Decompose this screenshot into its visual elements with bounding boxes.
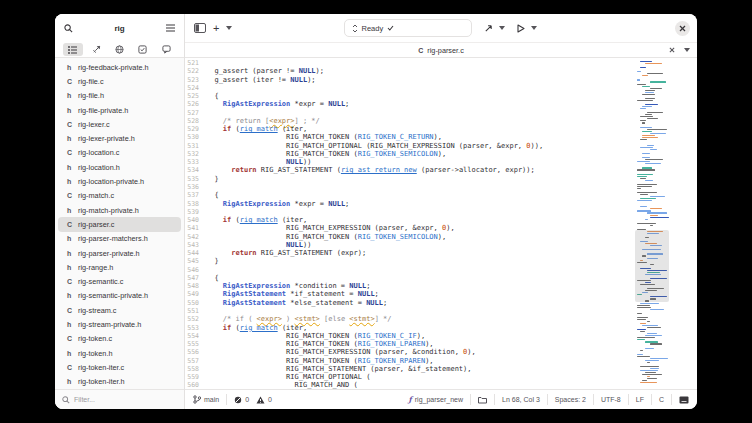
code-line[interactable]: 543 NULL)) <box>185 241 635 249</box>
minimap-viewport-handle[interactable] <box>635 230 669 302</box>
code-line[interactable]: 541 RIG_MATCH_EXPRESSION (parser, &expr,… <box>185 224 635 232</box>
code-line[interactable]: 551 <box>185 307 635 315</box>
build-status-omnibar[interactable]: Ready <box>344 19 472 37</box>
file-item[interactable]: hrig-file-private.h <box>58 103 181 117</box>
file-item[interactable]: hrig-lexer-private.h <box>58 131 181 145</box>
code-line[interactable]: 554 RIG_MATCH_TOKEN (RIG_TOKEN_C_IF), <box>185 332 635 340</box>
file-item[interactable]: Crig-semantic.c <box>58 274 181 288</box>
indentation-setting[interactable]: Spaces: 2 <box>555 396 586 403</box>
file-item[interactable]: hrig-parser-private.h <box>58 246 181 260</box>
new-page-button[interactable]: + <box>211 21 221 35</box>
code-line[interactable]: 522 g_assert (parser != NULL); <box>185 67 635 75</box>
tab-list-dropdown-button[interactable] <box>684 48 690 52</box>
sidebar-tab-todo[interactable] <box>133 43 153 56</box>
tab-rig-parser[interactable]: C rig-parser.c <box>418 46 464 55</box>
code-line[interactable]: 542 RIG_MATCH_TOKEN (RIG_TOKEN_SEMICOLON… <box>185 233 635 241</box>
code-line[interactable]: 531 RIG_MATCH_OPTIONAL (RIG_MATCH_EXPRES… <box>185 142 635 150</box>
cursor-position-indicator[interactable]: Ln 68, Col 3 <box>502 396 540 403</box>
tab-close-button[interactable] <box>669 47 675 53</box>
code-line[interactable]: 552 /* if ( <expr> ) <stmt> [else <stmt>… <box>185 315 635 323</box>
code-line[interactable]: 532 RIG_MATCH_TOKEN (RIG_TOKEN_SEMICOLON… <box>185 150 635 158</box>
code-line[interactable]: 540 if (rig_match (iter, <box>185 216 635 224</box>
code-line[interactable]: 528 /* return [<expr>] ; */ <box>185 117 635 125</box>
file-item[interactable]: Crig-file.c <box>58 74 181 88</box>
code-line[interactable]: 535 } <box>185 175 635 183</box>
code-line[interactable]: 558 RIG_MATCH_STATEMENT (parser, &if_sta… <box>185 365 635 373</box>
code-line[interactable]: 530 RIG_MATCH_TOKEN (RIG_TOKEN_C_RETURN)… <box>185 133 635 141</box>
file-item[interactable]: hrig-match-private.h <box>58 203 181 217</box>
code-line[interactable]: 557 RIG_MATCH_TOKEN (RIG_TOKEN_RPAREN), <box>185 357 635 365</box>
file-item[interactable]: hrig-token-iter.h <box>58 375 181 389</box>
file-name: rig-feedback-private.h <box>78 63 149 72</box>
file-item[interactable]: hrig-location-private.h <box>58 174 181 188</box>
code-line[interactable]: 556 RIG_MATCH_EXPRESSION (parser, &condi… <box>185 348 635 356</box>
file-item[interactable]: Crig-token-iter.c <box>58 360 181 374</box>
code-line[interactable]: 537 { <box>185 191 635 199</box>
warnings-indicator[interactable]: 0 <box>256 396 272 404</box>
code-line[interactable]: 559 RIG_MATCH_OPTIONAL ( <box>185 373 635 381</box>
code-line[interactable]: 538 RigAstExpression *expr = NULL; <box>185 200 635 208</box>
file-item[interactable]: hrig-token.h <box>58 346 181 360</box>
code-line[interactable]: 529 if (rig_match (iter, <box>185 125 635 133</box>
code-line[interactable]: 524 <box>185 84 635 92</box>
code-line[interactable]: 536 <box>185 183 635 191</box>
directory-button[interactable] <box>478 396 487 404</box>
file-item[interactable]: hrig-file.h <box>58 89 181 103</box>
sidebar-tab-build[interactable] <box>86 43 106 56</box>
file-item[interactable]: Crig-location.c <box>58 146 181 160</box>
code-line[interactable]: 533 NULL)) <box>185 158 635 166</box>
code-line[interactable]: 534 return RIG_AST_STATEMENT (rig_ast_re… <box>185 166 635 174</box>
line-ending-setting[interactable]: LF <box>636 396 644 403</box>
minimap[interactable] <box>635 58 669 389</box>
code-line[interactable]: 521 <box>185 59 635 67</box>
sidebar-tab-project-tree[interactable] <box>63 43 83 56</box>
symbol-button[interactable]: ƒ rig_parser_new <box>409 395 463 404</box>
filter-input[interactable] <box>74 396 164 403</box>
file-item[interactable]: Crig-lexer.c <box>58 117 181 131</box>
code-line[interactable]: 553 if (rig_match (iter, <box>185 324 635 332</box>
run-dropdown-button[interactable] <box>529 24 539 32</box>
file-item[interactable]: hrig-stream-private.h <box>58 317 181 331</box>
file-name: rig-lexer.c <box>78 120 110 129</box>
code-line[interactable]: 539 <box>185 208 635 216</box>
code-line[interactable]: 555 RIG_MATCH_TOKEN (RIG_TOKEN_LPAREN), <box>185 340 635 348</box>
code-view[interactable]: 521522 g_assert (parser != NULL);523 g_a… <box>185 58 635 389</box>
code-line[interactable]: 545 } <box>185 257 635 265</box>
encoding-setting[interactable]: UTF-8 <box>601 396 621 403</box>
primary-menu-button[interactable] <box>164 22 177 34</box>
code-line[interactable]: 546 <box>185 266 635 274</box>
sidebar-tab-web[interactable] <box>109 43 129 56</box>
code-line[interactable]: 544 return RIG_AST_STATEMENT (expr); <box>185 249 635 257</box>
file-item[interactable]: hrig-parser-matchers.h <box>58 232 181 246</box>
build-dropdown-button[interactable] <box>497 24 507 32</box>
file-item[interactable]: hrig-range.h <box>58 260 181 274</box>
file-item[interactable]: Crig-match.c <box>58 189 181 203</box>
run-button[interactable] <box>515 22 527 35</box>
code-line[interactable]: 560 RIG_MATCH_AND ( <box>185 381 635 389</box>
search-button[interactable] <box>62 22 75 35</box>
code-line[interactable]: 548 RigAstExpression *condition = NULL; <box>185 282 635 290</box>
file-item[interactable]: Crig-stream.c <box>58 303 181 317</box>
code-line[interactable]: 526 RigAstExpression *expr = NULL; <box>185 100 635 108</box>
code-line[interactable]: 547 { <box>185 274 635 282</box>
code-line[interactable]: 550 RigAstStatement *else_statement = NU… <box>185 299 635 307</box>
code-line[interactable]: 523 g_assert (iter != NULL); <box>185 76 635 84</box>
toggle-left-panel-button[interactable] <box>192 21 208 35</box>
file-item[interactable]: hrig-location.h <box>58 160 181 174</box>
code-line[interactable]: 527 <box>185 109 635 117</box>
branch-button[interactable]: main <box>193 395 219 404</box>
window-close-button[interactable] <box>675 21 690 36</box>
new-page-dropdown-button[interactable] <box>224 24 234 32</box>
language-mode-setting[interactable]: C <box>659 396 664 403</box>
keyboard-toggle-button[interactable] <box>679 396 689 404</box>
errors-indicator[interactable]: 0 <box>234 396 249 404</box>
file-item[interactable]: hrig-semantic-private.h <box>58 289 181 303</box>
code-line[interactable]: 549 RigAstStatement *if_statement = NULL… <box>185 290 635 298</box>
file-item[interactable]: Crig-parser.c <box>58 217 181 231</box>
code-line[interactable]: 525 { <box>185 92 635 100</box>
build-button[interactable] <box>482 22 495 35</box>
file-item[interactable]: Crig-token.c <box>58 332 181 346</box>
tab-language-icon: C <box>418 47 423 54</box>
sidebar-tab-chat[interactable] <box>156 43 176 56</box>
file-item[interactable]: hrig-feedback-private.h <box>58 60 181 74</box>
